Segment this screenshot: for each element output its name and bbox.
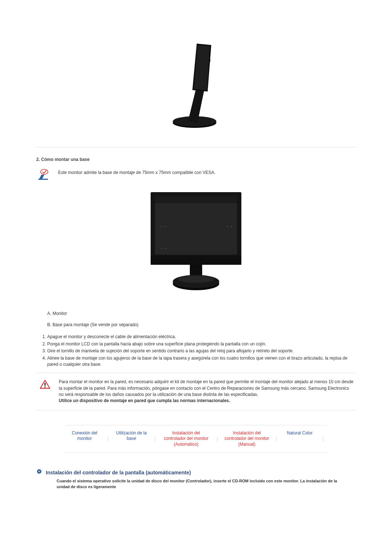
warning-text: Para montar el monitor en la pared, es n… <box>59 379 354 404</box>
figure-monitor-front <box>36 189 356 296</box>
check-screw-icon <box>36 167 51 183</box>
svg-rect-14 <box>190 265 202 276</box>
nav-utilizacion-base[interactable]: Utilización de la base <box>115 430 148 442</box>
svg-point-8 <box>165 248 166 249</box>
svg-rect-18 <box>45 383 46 386</box>
step-3: Gire el tornillo de manivela de sujeción… <box>47 348 356 354</box>
section-nav: Conexión del monitor | Utilización de la… <box>65 425 327 453</box>
svg-point-11 <box>161 226 162 227</box>
nav-separator: | <box>323 436 324 442</box>
svg-point-9 <box>227 226 228 227</box>
bullet-circle-icon <box>36 469 42 476</box>
warning-bold-line: Utilice un dispositivo de montaje en par… <box>59 398 230 403</box>
assembly-steps: Apague el monitor y desconecte el cable … <box>40 334 356 368</box>
vesa-note-text: Este monitor admite la base de montaje d… <box>58 167 356 176</box>
parts-description: A. Monitor B. Base para montaje (Se vend… <box>47 311 356 328</box>
svg-rect-13 <box>151 255 241 265</box>
section-2-heading: 2. Cómo montar una base <box>36 157 356 163</box>
step-1: Apague el monitor y desconecte el cable … <box>47 334 356 340</box>
step-4: Alinee la base de montaje con los agujer… <box>47 355 356 368</box>
svg-rect-19 <box>45 386 46 388</box>
monitor-front-illustration <box>136 189 256 294</box>
warning-paragraph: Para montar el monitor en la pared, es n… <box>59 379 354 397</box>
nav-natural-color[interactable]: Natural Color <box>283 430 316 436</box>
step-2: Ponga el monitor LCD con la pantalla hac… <box>47 341 356 347</box>
svg-point-17 <box>178 276 214 283</box>
monitor-tilted-illustration <box>149 33 243 131</box>
divider <box>36 147 356 147</box>
figure-monitor-tilted <box>36 33 356 133</box>
svg-rect-3 <box>38 179 48 180</box>
nav-separator: | <box>154 436 155 442</box>
auto-install-heading: Instalación del controlador de la pantal… <box>46 469 191 476</box>
svg-point-21 <box>38 471 40 473</box>
svg-rect-6 <box>155 197 237 203</box>
svg-point-2 <box>41 169 48 174</box>
auto-install-heading-row: Instalación del controlador de la pantal… <box>36 469 356 476</box>
nav-separator: | <box>217 436 218 442</box>
auto-install-subtext: Cuando el sistema operativo solicite la … <box>57 478 340 490</box>
wall-mount-warning: Para montar el monitor en la pared, es n… <box>36 373 356 410</box>
nav-instalacion-auto[interactable]: Instalación del controlador del monitor … <box>162 430 210 447</box>
svg-rect-5 <box>155 197 237 255</box>
nav-instalacion-manual[interactable]: Instalación del controlador del monitor … <box>225 430 269 447</box>
svg-point-7 <box>161 248 162 249</box>
svg-point-10 <box>231 226 232 227</box>
nav-separator: | <box>107 436 109 442</box>
nav-separator: | <box>276 436 277 442</box>
warning-triangle-icon <box>38 379 52 391</box>
part-a: A. Monitor <box>47 311 356 317</box>
vesa-note-row: Este monitor admite la base de montaje d… <box>36 167 356 183</box>
nav-conexion[interactable]: Conexión del monitor <box>68 430 101 442</box>
svg-point-12 <box>165 226 166 227</box>
part-b: B. Base para montaje (Se vende por separ… <box>47 322 356 328</box>
